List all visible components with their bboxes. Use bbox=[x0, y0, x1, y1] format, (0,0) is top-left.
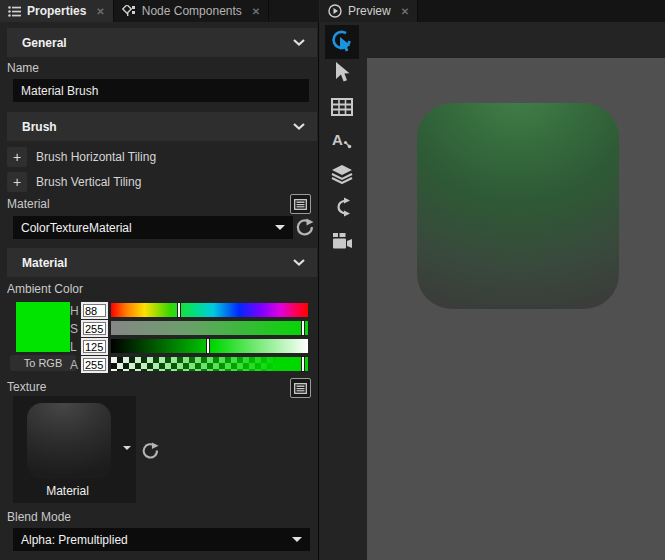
lightness-slider-handle[interactable] bbox=[206, 338, 210, 354]
section-material-title: Material bbox=[22, 256, 293, 270]
select-tool-button[interactable] bbox=[330, 61, 354, 85]
panel-icon bbox=[294, 199, 307, 210]
chevron-down-icon bbox=[275, 225, 285, 230]
texture-label: Texture bbox=[7, 380, 46, 394]
hue-input[interactable] bbox=[81, 302, 108, 319]
tab-node-components-label: Node Components bbox=[142, 4, 242, 18]
panel-icon bbox=[294, 383, 307, 394]
material-reset-button[interactable] bbox=[295, 217, 315, 237]
preview-panel: A bbox=[320, 22, 665, 560]
hue-slider-handle[interactable] bbox=[177, 302, 181, 318]
arrow-cursor-icon bbox=[332, 62, 352, 84]
saturation-key-label: S bbox=[70, 322, 80, 336]
texture-editor-button[interactable] bbox=[290, 378, 311, 398]
color-swatch[interactable] bbox=[16, 302, 70, 352]
connections-tool-button[interactable] bbox=[330, 195, 354, 219]
material-dropdown[interactable]: ColorTextureMaterial bbox=[13, 216, 293, 239]
tab-preview-label: Preview bbox=[348, 4, 391, 18]
blend-mode-value: Alpha: Premultiplied bbox=[21, 533, 292, 547]
right-tab-bar: Preview ✕ bbox=[320, 0, 665, 22]
texture-thumbnail[interactable] bbox=[27, 403, 111, 479]
material-editor-button[interactable] bbox=[290, 194, 311, 214]
play-circle-icon bbox=[328, 4, 342, 18]
revert-icon bbox=[295, 217, 315, 237]
texture-thumbnail-caption: Material bbox=[13, 484, 122, 498]
brush-vertical-tiling-label: Brush Vertical Tiling bbox=[36, 175, 141, 189]
tab-node-components[interactable]: Node Components ✕ bbox=[114, 0, 269, 22]
alpha-key-label: A bbox=[70, 358, 80, 372]
hue-slider[interactable] bbox=[111, 303, 308, 317]
transition-arrows-icon bbox=[332, 197, 352, 217]
svg-text:A: A bbox=[332, 131, 343, 148]
text-node-tool-button[interactable]: A bbox=[330, 128, 354, 152]
section-general[interactable]: General bbox=[7, 28, 317, 57]
material-property-label: Material bbox=[7, 197, 50, 211]
hue-key-label: H bbox=[70, 304, 80, 318]
to-rgb-button[interactable]: To RGB bbox=[10, 355, 76, 371]
alpha-slider-handle[interactable] bbox=[301, 356, 305, 372]
camera-tool-button[interactable] bbox=[330, 229, 354, 253]
properties-list-icon bbox=[8, 6, 21, 17]
properties-panel: General Name Brush + Brush Horizontal Ti… bbox=[0, 22, 319, 560]
layers-icon bbox=[331, 164, 353, 184]
tab-preview-close-icon[interactable]: ✕ bbox=[401, 6, 409, 17]
lightness-slider[interactable] bbox=[111, 339, 308, 353]
interact-cursor-icon bbox=[329, 29, 355, 55]
chevron-down-icon bbox=[293, 123, 305, 130]
section-brush[interactable]: Brush bbox=[7, 112, 317, 141]
interact-tool-button[interactable] bbox=[325, 25, 359, 59]
text-node-icon: A bbox=[331, 130, 353, 150]
alpha-slider[interactable] bbox=[111, 357, 308, 371]
blend-mode-label: Blend Mode bbox=[7, 510, 71, 524]
grid-list-tool-button[interactable] bbox=[330, 95, 354, 119]
blend-mode-dropdown[interactable]: Alpha: Premultiplied bbox=[13, 528, 310, 551]
left-tab-bar: Properties ✕ Node Components ✕ bbox=[0, 0, 319, 22]
section-material[interactable]: Material bbox=[7, 248, 317, 277]
material-preview-square[interactable] bbox=[417, 103, 619, 309]
section-general-title: General bbox=[22, 36, 293, 50]
revert-icon bbox=[141, 441, 160, 460]
add-brush-horizontal-tiling-button[interactable]: + bbox=[7, 147, 27, 167]
ambient-color-label: Ambient Color bbox=[7, 282, 83, 296]
node-components-icon bbox=[122, 5, 136, 17]
lightness-key-label: L bbox=[70, 340, 80, 354]
layers-tool-button[interactable] bbox=[330, 162, 354, 186]
alpha-input[interactable] bbox=[81, 356, 108, 373]
lightness-input[interactable] bbox=[81, 338, 108, 355]
section-brush-title: Brush bbox=[22, 120, 293, 134]
add-brush-vertical-tiling-button[interactable]: + bbox=[7, 172, 27, 192]
texture-reset-button[interactable] bbox=[141, 441, 161, 461]
saturation-input[interactable] bbox=[81, 320, 108, 337]
chevron-down-icon bbox=[292, 537, 302, 542]
texture-dropdown-caret-icon[interactable] bbox=[123, 446, 131, 450]
tab-preview[interactable]: Preview ✕ bbox=[320, 0, 418, 22]
tab-node-components-close-icon[interactable]: ✕ bbox=[252, 6, 260, 17]
chevron-down-icon bbox=[293, 39, 305, 46]
brush-horizontal-tiling-label: Brush Horizontal Tiling bbox=[36, 150, 156, 164]
table-icon bbox=[331, 98, 353, 116]
texture-preview-box[interactable]: Material bbox=[13, 396, 136, 503]
tab-properties-label: Properties bbox=[27, 4, 86, 18]
tab-properties-close-icon[interactable]: ✕ bbox=[96, 6, 104, 17]
tab-properties[interactable]: Properties ✕ bbox=[0, 0, 114, 22]
name-input[interactable] bbox=[13, 79, 309, 102]
video-camera-icon bbox=[331, 232, 353, 250]
chevron-down-icon bbox=[293, 259, 305, 266]
saturation-slider-handle[interactable] bbox=[301, 320, 305, 336]
app-window: Properties ✕ Node Components ✕ General bbox=[0, 0, 665, 560]
preview-viewport[interactable] bbox=[367, 58, 665, 560]
name-label: Name bbox=[7, 61, 39, 75]
material-dropdown-value: ColorTextureMaterial bbox=[21, 221, 275, 235]
saturation-slider[interactable] bbox=[111, 321, 308, 335]
